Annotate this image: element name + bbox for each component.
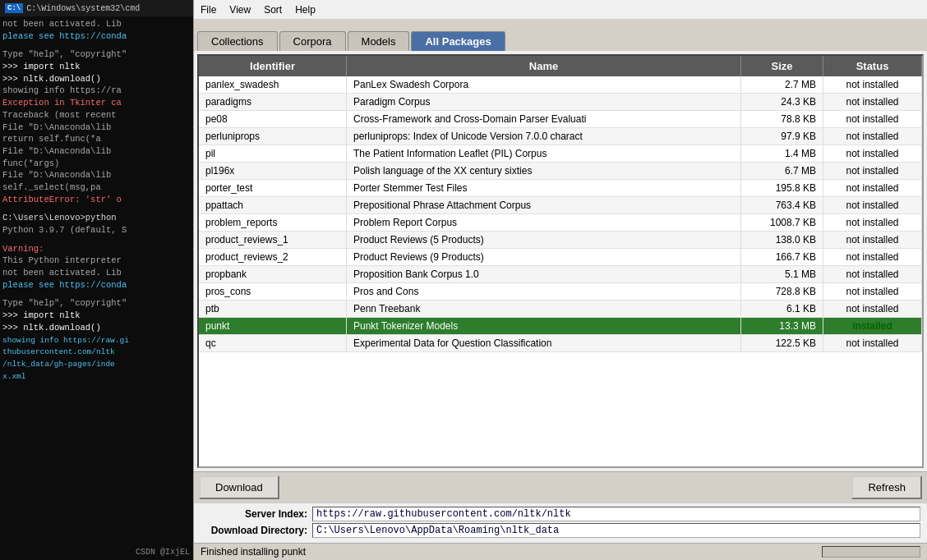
cell-identifier: propbank — [199, 266, 347, 282]
col-header-identifier: Identifier — [199, 56, 347, 76]
col-header-size: Size — [741, 56, 823, 76]
table-row[interactable]: porter_testPorter Stemmer Test Files195.… — [199, 180, 922, 197]
cell-name: Paradigm Corpus — [347, 94, 741, 110]
term-line: Varning: — [2, 243, 191, 255]
cell-name: Punkt Tokenizer Models — [347, 318, 741, 334]
cell-identifier: pl196x — [199, 163, 347, 179]
download-dir-row: Download Directory: C:\Users\Lenovo\AppD… — [201, 523, 920, 538]
cell-size: 97.9 KB — [741, 128, 823, 145]
table-row[interactable]: panlex_swadeshPanLex Swadesh Corpora2.7 … — [199, 76, 922, 94]
cell-name: Product Reviews (5 Products) — [347, 232, 741, 248]
bottom-controls: Download Refresh — [194, 471, 927, 503]
cell-name: Penn Treebank — [347, 301, 741, 317]
terminal-title: C:\Windows\system32\cmd — [26, 4, 140, 13]
terminal-header: C:\ C:\Windows\system32\cmd — [0, 0, 193, 16]
term-line: Python 3.9.7 (default, S — [2, 224, 191, 236]
cell-identifier: punkt — [199, 318, 347, 334]
table-row[interactable]: product_reviews_2Product Reviews (9 Prod… — [199, 249, 922, 266]
table-row[interactable]: problem_reportsProblem Report Corpus1008… — [199, 214, 922, 232]
menu-sort[interactable]: Sort — [261, 4, 285, 16]
cell-identifier: problem_reports — [199, 214, 347, 231]
cell-size: 763.4 KB — [741, 197, 823, 213]
col-header-name: Name — [347, 56, 741, 76]
cell-size: 195.8 KB — [741, 180, 823, 196]
cell-status: not installed — [823, 301, 922, 317]
term-line: >>> import nltk — [2, 61, 191, 73]
cell-size: 78.8 KB — [741, 111, 823, 127]
menu-bar: File View Sort Help — [194, 0, 927, 20]
term-line: not been activated. Lib — [2, 267, 191, 279]
term-line: >>> nltk.download() — [2, 73, 191, 85]
term-line — [2, 205, 191, 212]
cell-identifier: qc — [199, 335, 347, 351]
cell-size: 6.1 KB — [741, 301, 823, 317]
cell-name: Porter Stemmer Test Files — [347, 180, 741, 196]
table-row[interactable]: qcExperimental Data for Question Classif… — [199, 335, 922, 352]
cell-status: not installed — [823, 145, 922, 162]
packages-table: Identifier Name Size Status panlex_swade… — [197, 54, 924, 468]
status-bar: Finished installing punkt — [194, 543, 927, 560]
refresh-button[interactable]: Refresh — [851, 475, 922, 499]
table-row[interactable]: pl196xPolish language of the XX century … — [199, 163, 922, 180]
cell-identifier: pe08 — [199, 111, 347, 127]
nltk-downloader-panel: File View Sort Help Collections Corpora … — [193, 0, 927, 560]
table-row[interactable]: punktPunkt Tokenizer Models13.3 MBinstal… — [199, 318, 922, 335]
cell-size: 1008.7 KB — [741, 214, 823, 231]
term-line: This Python interpreter — [2, 255, 191, 267]
cell-identifier: panlex_swadesh — [199, 76, 347, 93]
download-dir-value: C:\Users\Lenovo\AppData\Roaming\nltk_dat… — [312, 523, 920, 538]
table-body: panlex_swadeshPanLex Swadesh Corpora2.7 … — [199, 76, 922, 466]
cell-status: not installed — [823, 335, 922, 351]
cell-status: not installed — [823, 232, 922, 248]
term-line: Type "help", "copyright" — [2, 297, 191, 310]
server-index-value: https://raw.githubusercontent.com/nltk/n… — [312, 507, 920, 521]
cmd-icon: C:\ — [5, 3, 23, 13]
cell-status: not installed — [823, 111, 922, 127]
table-row[interactable]: paradigmsParadigm Corpus24.3 KBnot insta… — [199, 94, 922, 111]
cell-size: 122.5 KB — [741, 335, 823, 351]
cell-size: 13.3 MB — [741, 318, 823, 334]
table-row[interactable]: pilThe Patient Information Leaflet (PIL)… — [199, 145, 922, 163]
tab-models[interactable]: Models — [348, 31, 410, 51]
download-button[interactable]: Download — [199, 475, 279, 499]
cell-status: not installed — [823, 180, 922, 196]
menu-view[interactable]: View — [226, 4, 254, 16]
cell-name: Proposition Bank Corpus 1.0 — [347, 266, 741, 282]
menu-help[interactable]: Help — [292, 4, 319, 16]
cell-name: Experimental Data for Question Classific… — [347, 335, 741, 351]
tab-corpora[interactable]: Corpora — [279, 31, 346, 51]
cell-name: Cross-Framework and Cross-Domain Parser … — [347, 111, 741, 127]
term-line: AttributeError: 'str' o — [2, 194, 191, 206]
term-line: not been activated. Lib — [2, 18, 191, 30]
cell-identifier: product_reviews_2 — [199, 249, 347, 265]
server-info: Server Index: https://raw.githubusercont… — [194, 503, 927, 543]
term-line: please see https://conda — [2, 30, 191, 43]
col-header-status: Status — [823, 56, 922, 76]
menu-file[interactable]: File — [197, 4, 219, 16]
cell-status: not installed — [823, 163, 922, 179]
cell-status: not installed — [823, 283, 922, 300]
table-row[interactable]: ptbPenn Treebank6.1 KBnot installed — [199, 301, 922, 318]
cell-status: not installed — [823, 128, 922, 145]
progress-bar — [822, 546, 920, 558]
download-dir-label: Download Directory: — [201, 525, 307, 536]
term-line: File "D:\Anaconda\lib — [2, 169, 191, 181]
table-row[interactable]: propbankProposition Bank Corpus 1.05.1 M… — [199, 266, 922, 283]
table-row[interactable]: pe08Cross-Framework and Cross-Domain Par… — [199, 111, 922, 128]
cell-size: 1.4 MB — [741, 145, 823, 162]
table-row[interactable]: pros_consPros and Cons728.8 KBnot instal… — [199, 283, 922, 301]
term-line: self._select(msg,pa — [2, 181, 191, 194]
table-row[interactable]: product_reviews_1Product Reviews (5 Prod… — [199, 232, 922, 249]
table-row[interactable]: ppattachPrepositional Phrase Attachment … — [199, 197, 922, 214]
cell-name: Product Reviews (9 Products) — [347, 249, 741, 265]
cell-status: not installed — [823, 94, 922, 110]
tab-bar: Collections Corpora Models All Packages — [194, 20, 927, 51]
term-line — [2, 291, 191, 297]
tab-all-packages[interactable]: All Packages — [411, 31, 505, 51]
tab-collections[interactable]: Collections — [197, 31, 278, 51]
term-line: Exception in Tkinter ca — [2, 97, 191, 109]
cell-size: 5.1 MB — [741, 266, 823, 282]
cell-name: Prepositional Phrase Attachment Corpus — [347, 197, 741, 213]
table-row[interactable]: perlunipropsperluniprops: Index of Unico… — [199, 128, 922, 145]
terminal-body: not been activated. Lib please see https… — [0, 16, 193, 383]
